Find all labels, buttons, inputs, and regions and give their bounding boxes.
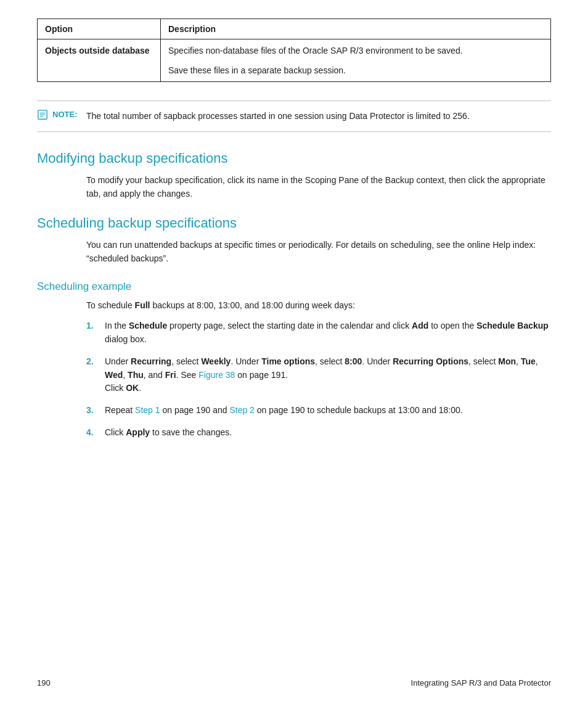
step-4: 4. Click Apply to save the changes.: [86, 426, 551, 440]
step-1: 1. In the Schedule property page, select…: [86, 319, 551, 346]
step-2-subtext: Click OK.: [105, 383, 141, 393]
note-icon: [37, 109, 48, 120]
table-header-description: Description: [161, 19, 551, 39]
subsection-example: Scheduling example To schedule Full back…: [37, 281, 551, 440]
step1-link[interactable]: Step 1: [135, 405, 160, 415]
step-1-num: 1.: [86, 319, 97, 333]
description-line-2: Save these files in a separate backup se…: [168, 65, 346, 75]
page-footer: 190 Integrating SAP R/3 and Data Protect…: [37, 678, 551, 688]
section-modifying-body: To modify your backup specification, cli…: [86, 174, 551, 200]
table-row: Objects outside database Specifies non-d…: [38, 39, 551, 82]
step-3-num: 3.: [86, 404, 97, 417]
footer-page-number: 190: [37, 678, 51, 688]
section-modifying: Modifying backup specifications To modif…: [37, 150, 551, 200]
step2-link[interactable]: Step 2: [229, 405, 254, 415]
note-label: NOTE:: [52, 110, 77, 119]
step-4-num: 4.: [86, 426, 97, 440]
subsection-example-heading: Scheduling example: [37, 281, 551, 293]
figure38-link[interactable]: Figure 38: [198, 370, 235, 380]
note-box: NOTE: The total number of sapback proces…: [37, 101, 551, 132]
description-line-1: Specifies non-database files of the Orac…: [168, 46, 463, 55]
step-3: 3. Repeat Step 1 on page 190 and Step 2 …: [86, 404, 551, 417]
note-text: The total number of sapback processes st…: [86, 110, 470, 123]
step-4-text: Click Apply to save the changes.: [105, 426, 551, 440]
step-2-num: 2.: [86, 355, 97, 369]
section-scheduling-body: You can run unattended backups at specif…: [86, 239, 551, 265]
step-2-text: Under Recurring, select Weekly. Under Ti…: [105, 355, 551, 395]
table-header-option: Option: [38, 19, 161, 39]
table-cell-description: Specifies non-database files of the Orac…: [161, 39, 551, 82]
table-cell-option: Objects outside database: [38, 39, 161, 82]
section-modifying-heading: Modifying backup specifications: [37, 150, 551, 166]
subsection-intro: To schedule Full backups at 8:00, 13:00,…: [86, 299, 551, 313]
note-header: NOTE:: [37, 110, 80, 123]
step-2: 2. Under Recurring, select Weekly. Under…: [86, 355, 551, 395]
options-table: Option Description Objects outside datab…: [37, 18, 551, 82]
step-1-text: In the Schedule property page, select th…: [105, 319, 551, 346]
steps-list: 1. In the Schedule property page, select…: [86, 319, 551, 439]
section-scheduling: Scheduling backup specifications You can…: [37, 215, 551, 265]
step-3-text: Repeat Step 1 on page 190 and Step 2 on …: [105, 404, 551, 417]
footer-title: Integrating SAP R/3 and Data Protector: [411, 678, 551, 688]
section-scheduling-heading: Scheduling backup specifications: [37, 215, 551, 231]
